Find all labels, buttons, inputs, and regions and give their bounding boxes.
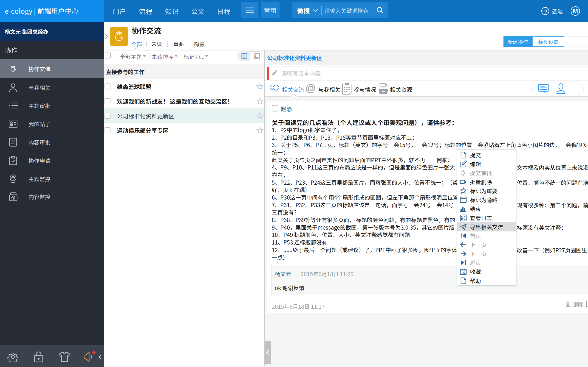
svg-text:M: M <box>573 8 578 15</box>
